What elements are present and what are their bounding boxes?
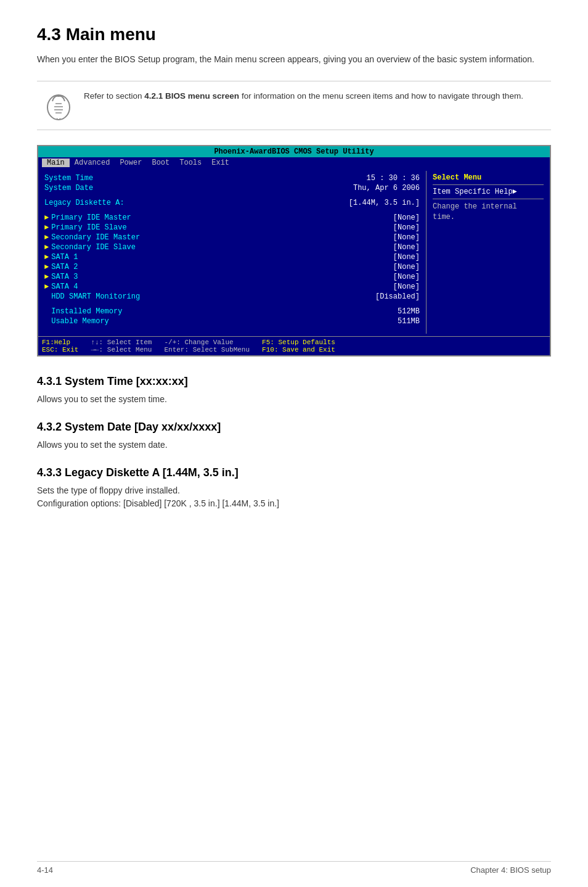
bios-right-panel: Select Menu Item Specific Help► Change t… [427,171,550,334]
bios-footer-changevalue: -/+: Change Value [164,339,250,346]
bios-usable-memory: ► Usable Memory 511MB [44,316,420,326]
intro-text: When you enter the BIOS Setup program, t… [37,53,551,66]
arrow-icon: ► [44,253,49,262]
section-433-heading: 4.3.3 Legacy Diskette A [1.44M, 3.5 in.] [37,466,551,479]
bios-secondary-slave[interactable]: ► Secondary IDE Slave [None] [44,242,420,252]
bios-system-date-label: System Date [44,184,93,192]
note-box: Refer to section 4.2.1 BIOS menu screen … [37,81,551,130]
section-432-heading: 4.3.2 System Date [Day xx/xx/xxxx] [37,421,551,434]
bios-sata2-value: [None] [393,263,420,271]
bios-secondary-master-label: Secondary IDE Master [51,233,393,242]
arrow-icon: ► [44,223,49,232]
bios-menu-tools[interactable]: Tools [174,159,206,167]
bios-hdd-smart-value: [Disabled] [375,292,420,301]
arrow-icon: ► [44,233,49,242]
bios-hdd-smart-label: HDD SMART Monitoring [51,292,375,301]
section-431-text: Allows you to set the system time. [37,393,551,406]
section-432-text: Allows you to set the system date. [37,439,551,452]
bios-sata3-label: SATA 3 [51,273,393,281]
bios-footer: F1:Help ESC: Exit ↑↓: Select Item →←: Se… [38,336,550,355]
bios-sata3-value: [None] [393,273,420,281]
bios-right-title: Select Menu [433,173,544,182]
bios-system-time-row: System Time 15 : 30 : 36 [44,173,420,183]
note-text: Refer to section 4.2.1 BIOS menu screen … [84,90,523,102]
bios-installed-memory-value: 512MB [398,307,420,316]
bios-footer-col4: F5: Setup Defaults F10: Save and Exit [262,339,335,353]
bios-right-divider2 [433,199,544,199]
bios-title-bar: Phoenix-AwardBIOS CMOS Setup Utility [38,146,550,157]
footer-chapter: Chapter 4: BIOS setup [470,865,551,875]
bios-footer-f5: F5: Setup Defaults [262,339,335,346]
main-heading: 4.3 Main menu [37,25,551,44]
bios-menu-boot[interactable]: Boot [147,159,174,167]
spacer: ► [44,317,49,326]
note-bold: 4.2.1 BIOS menu screen [144,91,239,101]
page-footer: 4-14 Chapter 4: BIOS setup [37,861,551,875]
bios-right-divider [433,184,544,185]
bios-usable-memory-value: 511MB [398,317,420,326]
arrow-icon: ► [44,213,49,222]
arrow-icon: ► [44,243,49,252]
bios-menu-main[interactable]: Main [42,159,70,167]
section-431-heading: 4.3.1 System Time [xx:xx:xx] [37,375,551,388]
bios-usable-memory-label: Usable Memory [51,317,398,326]
arrow-icon: ► [44,263,49,271]
bios-menu-exit[interactable]: Exit [206,159,234,167]
footer-page-number: 4-14 [37,865,53,875]
bios-footer-col3: -/+: Change Value Enter: Select SubMenu [164,339,250,353]
bios-menu-advanced[interactable]: Advanced [70,159,115,167]
bios-legacy-label: Legacy Diskette A: [44,199,125,207]
arrow-icon: ► [44,283,49,291]
bios-system-time-value: 15 : 30 : 36 [367,174,420,183]
bios-footer-col2: ↑↓: Select Item →←: Select Menu [91,339,152,353]
bios-help-text: Change the internal time. [433,202,544,223]
bios-system-date-value: Thu, Apr 6 2006 [353,184,420,192]
bios-system-time-label: System Time [44,174,93,183]
bios-left-panel: System Time 15 : 30 : 36 System Date Thu… [38,171,427,334]
bios-legacy-value: [1.44M, 3.5 in.] [349,199,420,207]
bios-primary-slave-value: [None] [393,223,420,232]
spacer: ► [44,307,49,316]
bios-installed-memory-label: Installed Memory [51,307,398,316]
note-icon [43,90,74,121]
bios-primary-slave[interactable]: ► Primary IDE Slave [None] [44,223,420,233]
bios-sata1[interactable]: ► SATA 1 [None] [44,252,420,262]
bios-footer-f10: F10: Save and Exit [262,346,335,353]
svg-point-0 [47,95,70,120]
bios-primary-master-label: Primary IDE Master [51,213,393,222]
bios-sata4[interactable]: ► SATA 4 [None] [44,282,420,292]
bios-screen: Phoenix-AwardBIOS CMOS Setup Utility Mai… [37,145,551,357]
bios-menu-bar: Main Advanced Power Boot Tools Exit [38,157,550,168]
bios-menu-power[interactable]: Power [115,159,147,167]
bios-footer-leftright: →←: Select Menu [91,346,152,353]
bios-footer-updown: ↑↓: Select Item [91,339,152,346]
spacer: ► [44,292,49,301]
bios-sata1-value: [None] [393,253,420,262]
bios-secondary-master-value: [None] [393,233,420,242]
bios-sata1-label: SATA 1 [51,253,393,262]
bios-legacy-row: Legacy Diskette A: [1.44M, 3.5 in.] [44,198,420,208]
bios-body: System Time 15 : 30 : 36 System Date Thu… [38,168,550,336]
bios-sata2-label: SATA 2 [51,263,393,271]
bios-footer-f1: F1:Help [42,339,78,346]
bios-sata4-value: [None] [393,283,420,291]
bios-primary-master-value: [None] [393,213,420,222]
section-433-text: Sets the type of floppy drive installed.… [37,484,551,510]
bios-hdd-smart: ► HDD SMART Monitoring [Disabled] [44,292,420,302]
bios-primary-slave-label: Primary IDE Slave [51,223,393,232]
bios-help-title: Item Specific Help► [433,188,544,196]
bios-secondary-master[interactable]: ► Secondary IDE Master [None] [44,233,420,242]
bios-sata3[interactable]: ► SATA 3 [None] [44,272,420,282]
bios-footer-enter: Enter: Select SubMenu [164,346,250,353]
bios-primary-master[interactable]: ► Primary IDE Master [None] [44,213,420,223]
bios-sata4-label: SATA 4 [51,283,393,291]
bios-system-date-row: System Date Thu, Apr 6 2006 [44,183,420,193]
bios-secondary-slave-label: Secondary IDE Slave [51,243,393,252]
bios-secondary-slave-value: [None] [393,243,420,252]
bios-footer-col1: F1:Help ESC: Exit [42,339,78,353]
bios-installed-memory: ► Installed Memory 512MB [44,307,420,316]
bios-sata2[interactable]: ► SATA 2 [None] [44,262,420,272]
bios-footer-esc: ESC: Exit [42,346,78,353]
arrow-icon: ► [44,273,49,281]
